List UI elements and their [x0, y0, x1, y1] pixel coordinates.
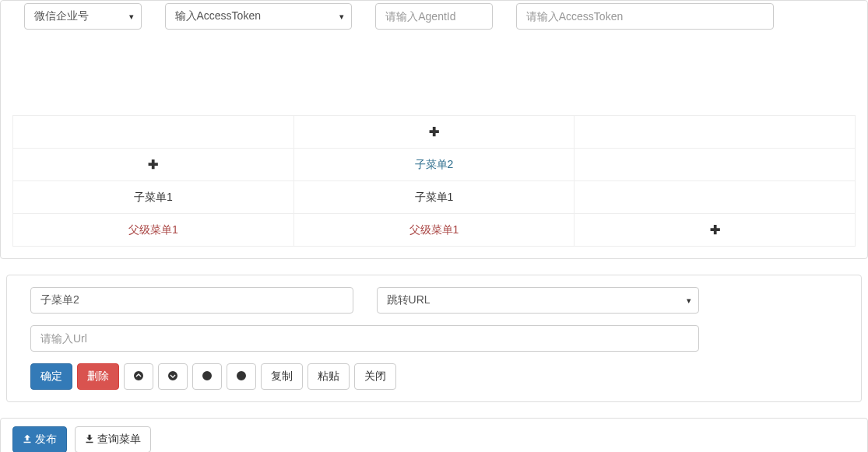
top-panel: 微信企业号 输入AccessToken [0, 0, 868, 259]
publish-button[interactable]: 发布 [12, 426, 67, 452]
menu-type-select[interactable]: 跳转URL [377, 287, 700, 314]
top-form-row: 微信企业号 输入AccessToken [12, 3, 856, 30]
footer-panel: 发布 查询菜单 [0, 418, 868, 452]
publish-label: 发布 [35, 433, 57, 445]
chevron-right-circle-icon [237, 371, 246, 380]
empty-cell [575, 149, 856, 181]
top-panel-body: 微信企业号 输入AccessToken [1, 1, 867, 258]
platform-col: 微信企业号 [12, 3, 153, 30]
submenu-item[interactable]: 子菜单2 [293, 149, 575, 181]
footer-body: 发布 查询菜单 [1, 419, 867, 452]
close-button[interactable]: 关闭 [354, 363, 396, 390]
empty-cell [13, 116, 294, 149]
add-submenu-button[interactable]: ✚ [293, 116, 575, 149]
copy-button[interactable]: 复制 [261, 363, 303, 390]
agentid-col [364, 3, 504, 30]
add-submenu-button[interactable]: ✚ [13, 149, 294, 181]
edit-row-buttons: 确定 删除 复制 粘贴 关闭 [19, 363, 849, 390]
token-mode-select[interactable]: 输入AccessToken [165, 3, 353, 30]
move-up-button[interactable] [124, 363, 153, 390]
upload-icon [23, 434, 32, 443]
ok-button[interactable]: 确定 [30, 363, 72, 390]
accesstoken-col [504, 3, 785, 30]
delete-button[interactable]: 删除 [77, 363, 119, 390]
move-left-button[interactable] [192, 363, 222, 390]
edit-panel-body: 跳转URL 确定 删除 [7, 275, 861, 401]
menu-url-input[interactable] [30, 325, 699, 352]
agentid-input[interactable] [375, 3, 493, 30]
platform-select[interactable]: 微信企业号 [24, 3, 142, 30]
parent-menu-item[interactable]: 父级菜单1 [293, 214, 575, 247]
edit-row-url [19, 325, 849, 352]
menu-name-input[interactable] [30, 287, 353, 314]
empty-cell [575, 116, 856, 149]
add-parent-menu-button[interactable]: ✚ [575, 214, 856, 247]
move-right-button[interactable] [227, 363, 256, 390]
accesstoken-input[interactable] [516, 3, 774, 30]
chevron-up-circle-icon [134, 371, 143, 380]
empty-cell [575, 181, 856, 214]
download-icon [85, 434, 94, 443]
paste-button[interactable]: 粘贴 [307, 363, 350, 390]
move-down-button[interactable] [158, 363, 188, 390]
edit-panel: 跳转URL 确定 删除 [6, 275, 862, 402]
submenu-item[interactable]: 子菜单1 [13, 181, 294, 214]
query-menu-label: 查询菜单 [97, 433, 141, 445]
submenu-item[interactable]: 子菜单1 [293, 181, 575, 214]
chevron-left-circle-icon [202, 371, 212, 380]
menu-table-wrapper: ✚ ✚ 子菜单2 子菜单1 子菜单1 父级菜单1 父级菜单1 ✚ [12, 115, 856, 247]
token-mode-col: 输入AccessToken [153, 3, 364, 30]
query-menu-button[interactable]: 查询菜单 [75, 426, 151, 452]
menu-table: ✚ ✚ 子菜单2 子菜单1 子菜单1 父级菜单1 父级菜单1 ✚ [12, 115, 856, 247]
chevron-down-circle-icon [168, 371, 177, 380]
edit-row-name: 跳转URL [19, 287, 849, 314]
parent-menu-item[interactable]: 父级菜单1 [13, 214, 294, 247]
